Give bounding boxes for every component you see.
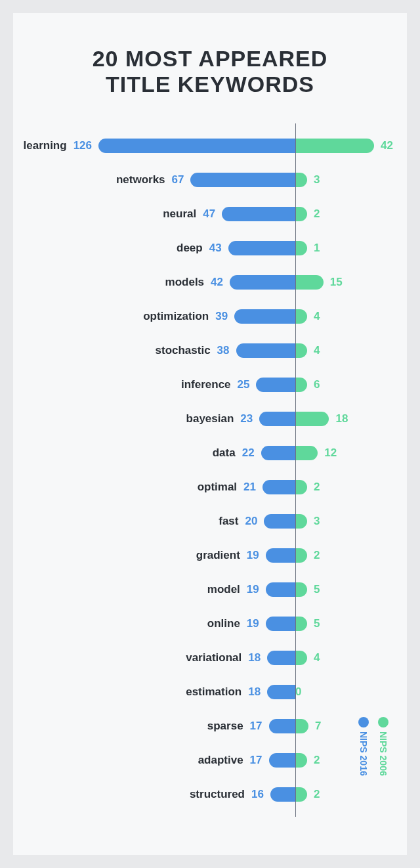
category-label: sparse <box>207 720 243 733</box>
row-right: 3 <box>295 504 320 538</box>
value-left: 17 <box>250 720 262 733</box>
bar-left <box>266 582 295 597</box>
row-right: 5 <box>295 607 320 641</box>
row-right: 5 <box>295 573 320 607</box>
bar-left <box>190 173 295 187</box>
legend: NIPS 2016 NIPS 2006 <box>358 717 388 776</box>
title-line-1: 20 MOST APPEARED <box>93 46 328 71</box>
bar-row: stochastic384 <box>39 334 381 368</box>
value-right: 4 <box>314 344 320 357</box>
value-right: 2 <box>314 754 320 767</box>
bar-row: structured162 <box>39 777 381 812</box>
bar-row: neural472 <box>39 197 381 231</box>
value-right: 15 <box>330 276 343 289</box>
bar-right <box>295 480 307 494</box>
value-right: 18 <box>335 412 348 425</box>
bar-left <box>269 753 295 768</box>
row-right: 6 <box>295 368 320 402</box>
category-label: gradient <box>196 549 240 562</box>
row-left: estimation18 <box>186 675 295 709</box>
legend-label-2006: NIPS 2006 <box>378 731 388 776</box>
category-label: fast <box>219 515 238 528</box>
bar-row: variational184 <box>39 641 381 675</box>
value-left: 17 <box>250 754 262 767</box>
bar-row: model195 <box>39 573 381 607</box>
row-right: 2 <box>295 777 320 812</box>
row-right: 18 <box>295 402 348 436</box>
row-left: optimal21 <box>198 470 295 504</box>
bar-right <box>295 241 307 255</box>
bar-right <box>295 617 307 631</box>
bar-left <box>266 617 295 631</box>
row-left: fast20 <box>219 504 295 538</box>
row-left: inference25 <box>181 368 295 402</box>
row-left: variational18 <box>186 641 295 675</box>
bar-left <box>98 139 295 153</box>
value-right: 42 <box>381 139 393 152</box>
bar-row: gradient192 <box>39 538 381 573</box>
chart-title: 20 MOST APPEARED TITLE KEYWORDS <box>39 46 381 97</box>
value-left: 21 <box>243 481 256 494</box>
row-right: 2 <box>295 470 320 504</box>
value-left: 47 <box>203 207 215 221</box>
legend-label-2016: NIPS 2016 <box>358 731 369 776</box>
chart-card: 20 MOST APPEARED TITLE KEYWORDS learning… <box>13 13 407 855</box>
bar-left <box>256 378 295 392</box>
value-left: 126 <box>74 139 92 152</box>
legend-dot-green <box>378 717 388 727</box>
value-right: 2 <box>314 207 320 221</box>
category-label: estimation <box>186 685 242 699</box>
value-left: 67 <box>172 173 184 186</box>
row-right: 2 <box>295 743 320 777</box>
value-right: 4 <box>314 310 320 323</box>
bar-left <box>236 343 295 358</box>
category-label: learning <box>24 139 67 152</box>
value-left: 38 <box>217 344 230 357</box>
bar-left <box>261 446 295 460</box>
bar-row: learning12642 <box>39 129 381 163</box>
value-right: 2 <box>314 549 320 562</box>
center-axis <box>295 123 296 817</box>
row-right: 2 <box>295 538 320 573</box>
category-label: optimal <box>198 481 237 494</box>
category-label: optimization <box>143 310 209 323</box>
bar-left <box>266 548 295 563</box>
bar-right <box>295 753 307 768</box>
bar-right <box>295 139 374 153</box>
value-left: 18 <box>248 685 261 699</box>
category-label: data <box>213 446 236 460</box>
value-left: 22 <box>242 446 255 460</box>
row-left: models42 <box>165 265 295 299</box>
bar-row: networks673 <box>39 163 381 197</box>
bar-right <box>295 787 307 802</box>
row-left: gradient19 <box>196 538 295 573</box>
row-left: learning126 <box>24 129 296 163</box>
bar-row: inference256 <box>39 368 381 402</box>
category-label: online <box>207 617 240 630</box>
row-left: networks67 <box>116 163 295 197</box>
value-right: 0 <box>295 685 301 699</box>
bar-left <box>230 275 295 290</box>
value-right: 4 <box>314 651 320 664</box>
row-left: model19 <box>207 573 295 607</box>
bar-right <box>295 651 307 665</box>
bar-row: bayesian2318 <box>39 402 381 436</box>
category-label: deep <box>177 242 203 255</box>
row-right: 15 <box>295 265 343 299</box>
bar-left <box>269 719 295 733</box>
row-left: online19 <box>207 607 295 641</box>
bar-right <box>295 446 318 460</box>
bar-row: optimal212 <box>39 470 381 504</box>
value-left: 23 <box>240 412 253 425</box>
value-left: 19 <box>247 583 259 596</box>
value-right: 2 <box>314 481 320 494</box>
value-right: 1 <box>314 242 320 255</box>
row-left: structured16 <box>190 777 295 812</box>
bar-left <box>228 241 295 255</box>
bar-left <box>267 651 295 665</box>
bar-left <box>259 412 295 426</box>
value-right: 3 <box>314 515 320 528</box>
bar-row: data2212 <box>39 436 381 470</box>
category-label: stochastic <box>156 344 211 357</box>
bar-left <box>270 787 295 802</box>
